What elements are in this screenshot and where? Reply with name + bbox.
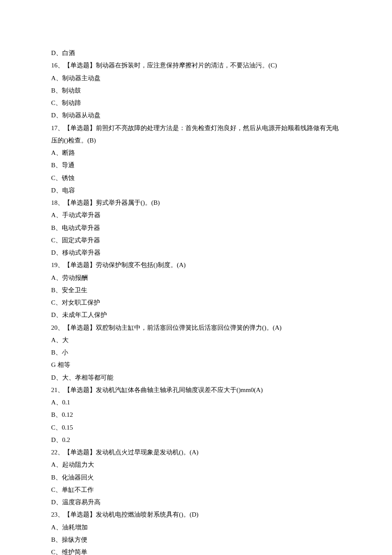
text-line: D、未成年工人保护 — [51, 309, 341, 321]
text-line: A、断路 — [51, 147, 341, 159]
text-line: A、起动阻力大 — [51, 459, 341, 471]
text-line: B、导通 — [51, 159, 341, 171]
text-line: B、0.12 — [51, 409, 341, 421]
text-line: D、温度容易升高 — [51, 496, 341, 509]
text-line: 22、【单选题】发动机点火过早现象是发动机()。(A) — [51, 446, 341, 459]
text-line: 19、【单选题】劳动保护制度不包括()制度。(A) — [51, 259, 341, 271]
text-line: C、维护简单 — [51, 546, 341, 555]
text-line: 20、【单选题】双腔制动主缸中，前活塞回位弹簧比后活塞回位弹簧的弹力()。(A) — [51, 322, 341, 334]
text-line: D、电容 — [51, 184, 341, 197]
text-line: D、移动式举升器 — [51, 247, 341, 259]
text-line: C、锈蚀 — [51, 172, 341, 184]
text-line: A、油耗增加 — [51, 521, 341, 534]
text-line: A、手动式举升器 — [51, 209, 341, 221]
text-line: B、电动式举升器 — [51, 222, 341, 234]
text-line: C、单缸不工作 — [51, 484, 341, 496]
text-line: D、白酒 — [51, 47, 341, 59]
text-line: B、小 — [51, 346, 341, 359]
text-line: A、0.1 — [51, 396, 341, 409]
text-line: 21、【单选题】发动机汽缸体各曲轴主轴承孔同轴度误差不应大于()mm0(A) — [51, 384, 341, 396]
text-line: C、固定式举升器 — [51, 234, 341, 247]
text-line: B、制动鼓 — [51, 84, 341, 97]
text-line: D、制动器从动盘 — [51, 109, 341, 122]
text-line: 18、【单选题】剪式举升器属于()。(B) — [51, 197, 341, 209]
text-line: A、大 — [51, 334, 341, 346]
text-line: A、劳动报酬 — [51, 272, 341, 284]
text-line: C、对女职工保护 — [51, 296, 341, 309]
text-line: C、制动蹄 — [51, 97, 341, 109]
text-line: D、0.2 — [51, 434, 341, 446]
document-body: D、白酒16、【单选题】制动器在拆装时，应注意保持摩擦衬片的清洁，不要沾油污。(… — [51, 47, 341, 555]
text-line: 16、【单选题】制动器在拆装时，应注意保持摩擦衬片的清洁，不要沾油污。(C) — [51, 59, 341, 72]
text-line: A、制动器主动盘 — [51, 72, 341, 84]
text-line: B、化油器回火 — [51, 471, 341, 484]
text-line: G 相等 — [51, 359, 341, 371]
text-line: 23、【单选题】发动机电控燃油喷射系统具有()。(D) — [51, 509, 341, 521]
text-line: B、操纵方便 — [51, 534, 341, 546]
text-line: B、安全卫生 — [51, 284, 341, 296]
text-line: C、0.15 — [51, 421, 341, 434]
text-line: 17、【单选题】前照灯不亮故障的处理方法是：首先检查灯泡良好，然后从电源开始顺着… — [51, 122, 341, 147]
text-line: D、大、孝相等都可能 — [51, 372, 341, 384]
